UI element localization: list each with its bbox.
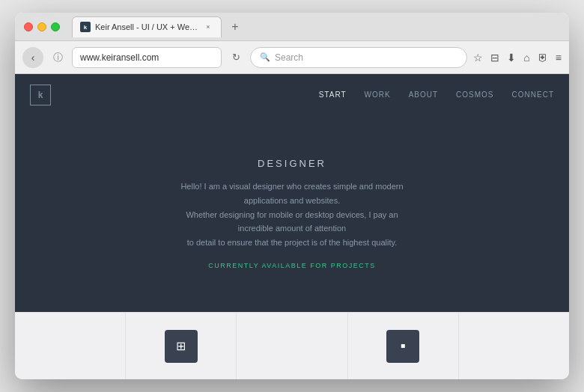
nav-icons: ☆ ⊟ ⬇ ⌂ ⛨ ≡ <box>473 52 562 64</box>
search-placeholder: Search <box>275 52 303 63</box>
traffic-lights <box>24 22 60 31</box>
maximize-button[interactable] <box>51 22 60 31</box>
browser-window: k Keir Ansell - UI / UX + Web... × + ‹ ⓘ… <box>15 13 569 379</box>
website: k START WORK ABOUT COSMOS CONNECT DESIGN… <box>15 74 569 379</box>
browser-tab[interactable]: k Keir Ansell - UI / UX + Web... × <box>72 16 222 37</box>
bookmark-icon[interactable]: ☆ <box>473 52 483 64</box>
tab-bar: k Keir Ansell - UI / UX + Web... × + <box>72 16 560 37</box>
info-icon: ⓘ <box>53 51 63 64</box>
refresh-icon: ↻ <box>232 52 240 63</box>
hero-section: DESIGNER Hello! I am a visual designer w… <box>15 115 569 312</box>
bottom-cell-5 <box>459 313 569 379</box>
titlebar: k Keir Ansell - UI / UX + Web... × + <box>15 13 569 41</box>
nav-item-start[interactable]: START <box>319 91 347 99</box>
bottom-cell-3 <box>237 313 347 379</box>
tab-close-button[interactable]: × <box>203 22 213 32</box>
bottom-cell-1 <box>15 313 126 379</box>
reader-icon[interactable]: ⊟ <box>490 52 499 64</box>
tab-title: Keir Ansell - UI / UX + Web... <box>95 22 198 31</box>
bottom-icon-2[interactable]: ▪ <box>386 330 419 363</box>
refresh-button[interactable]: ↻ <box>228 49 244 66</box>
menu-icon[interactable]: ≡ <box>556 52 562 64</box>
navbar: ‹ ⓘ www.keiransell.com ↻ 🔍 Search ☆ ⊟ ⬇ … <box>15 41 569 74</box>
bottom-cell-4: ▪ <box>348 313 459 379</box>
browser-content: k START WORK ABOUT COSMOS CONNECT DESIGN… <box>15 74 569 379</box>
site-logo: k <box>30 85 51 105</box>
back-icon: ‹ <box>31 52 35 64</box>
site-nav: START WORK ABOUT COSMOS CONNECT <box>319 91 554 99</box>
tab-favicon: k <box>80 22 91 32</box>
minimize-button[interactable] <box>37 22 46 31</box>
info-button[interactable]: ⓘ <box>49 49 66 66</box>
nav-item-work[interactable]: WORK <box>365 91 391 99</box>
download-icon[interactable]: ⬇ <box>507 52 516 64</box>
search-icon: 🔍 <box>260 52 270 62</box>
address-bar[interactable]: www.keiransell.com <box>72 47 222 68</box>
back-button[interactable]: ‹ <box>22 47 43 68</box>
bottom-cell-2: ⊞ <box>126 313 237 379</box>
nav-item-cosmos[interactable]: COSMOS <box>456 91 493 99</box>
search-bar[interactable]: 🔍 Search <box>250 47 467 68</box>
hero-description: Hello! I am a visual designer who create… <box>180 180 404 249</box>
bottom-icon-1[interactable]: ⊞ <box>165 330 198 363</box>
site-header: k START WORK ABOUT COSMOS CONNECT <box>15 74 569 115</box>
shield-icon[interactable]: ⛨ <box>538 52 548 64</box>
bottom-strip: ⊞ ▪ <box>15 312 569 379</box>
nav-item-connect[interactable]: CONNECT <box>512 91 554 99</box>
home-icon[interactable]: ⌂ <box>523 52 529 64</box>
hero-role: DESIGNER <box>258 158 326 169</box>
nav-item-about[interactable]: ABOUT <box>409 91 438 99</box>
new-tab-button[interactable]: + <box>225 16 246 37</box>
availability-badge: CURRENTLY AVAILABLE FOR PROJECTS <box>208 262 375 269</box>
close-button[interactable] <box>24 22 33 31</box>
